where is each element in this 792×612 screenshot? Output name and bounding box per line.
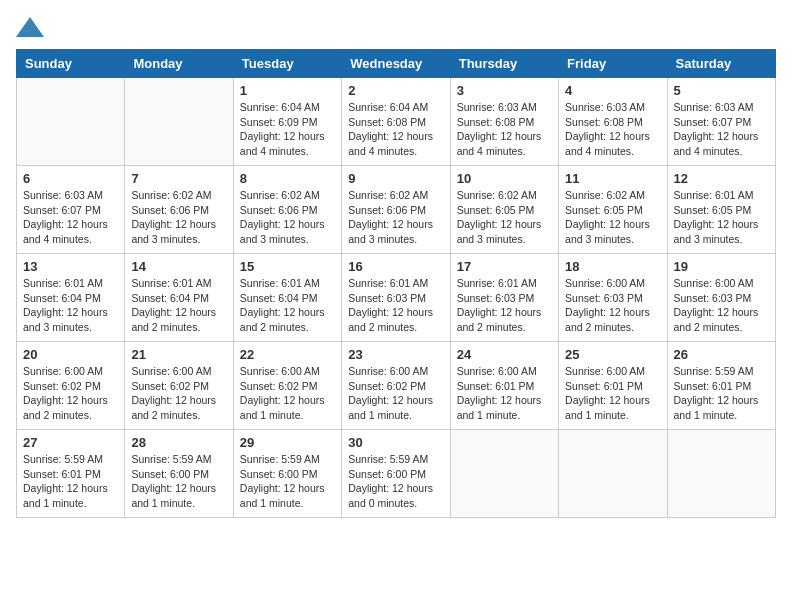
day-number: 2 [348,83,443,98]
calendar-body: 1Sunrise: 6:04 AM Sunset: 6:09 PM Daylig… [17,78,776,518]
day-number: 11 [565,171,660,186]
day-detail: Sunrise: 6:00 AM Sunset: 6:03 PM Dayligh… [674,276,769,335]
logo-icon [16,17,44,37]
day-number: 4 [565,83,660,98]
day-number: 24 [457,347,552,362]
day-number: 10 [457,171,552,186]
day-number: 26 [674,347,769,362]
day-number: 19 [674,259,769,274]
day-number: 16 [348,259,443,274]
day-number: 13 [23,259,118,274]
calendar-cell [667,430,775,518]
calendar-header: SundayMondayTuesdayWednesdayThursdayFrid… [17,50,776,78]
calendar-cell: 13Sunrise: 6:01 AM Sunset: 6:04 PM Dayli… [17,254,125,342]
day-detail: Sunrise: 6:02 AM Sunset: 6:06 PM Dayligh… [131,188,226,247]
calendar-cell: 27Sunrise: 5:59 AM Sunset: 6:01 PM Dayli… [17,430,125,518]
calendar-cell: 4Sunrise: 6:03 AM Sunset: 6:08 PM Daylig… [559,78,667,166]
logo [16,16,48,37]
day-number: 15 [240,259,335,274]
calendar-cell: 10Sunrise: 6:02 AM Sunset: 6:05 PM Dayli… [450,166,558,254]
day-number: 6 [23,171,118,186]
day-number: 23 [348,347,443,362]
calendar-cell: 25Sunrise: 6:00 AM Sunset: 6:01 PM Dayli… [559,342,667,430]
calendar-cell: 30Sunrise: 5:59 AM Sunset: 6:00 PM Dayli… [342,430,450,518]
day-detail: Sunrise: 6:00 AM Sunset: 6:01 PM Dayligh… [565,364,660,423]
day-number: 7 [131,171,226,186]
day-detail: Sunrise: 6:02 AM Sunset: 6:05 PM Dayligh… [457,188,552,247]
day-detail: Sunrise: 6:03 AM Sunset: 6:07 PM Dayligh… [674,100,769,159]
column-header-sunday: Sunday [17,50,125,78]
day-detail: Sunrise: 5:59 AM Sunset: 6:00 PM Dayligh… [240,452,335,511]
day-number: 1 [240,83,335,98]
calendar-cell: 14Sunrise: 6:01 AM Sunset: 6:04 PM Dayli… [125,254,233,342]
day-number: 27 [23,435,118,450]
day-detail: Sunrise: 6:01 AM Sunset: 6:04 PM Dayligh… [240,276,335,335]
day-detail: Sunrise: 6:02 AM Sunset: 6:05 PM Dayligh… [565,188,660,247]
calendar-cell: 3Sunrise: 6:03 AM Sunset: 6:08 PM Daylig… [450,78,558,166]
day-detail: Sunrise: 6:01 AM Sunset: 6:03 PM Dayligh… [457,276,552,335]
day-detail: Sunrise: 6:04 AM Sunset: 6:08 PM Dayligh… [348,100,443,159]
day-detail: Sunrise: 6:00 AM Sunset: 6:01 PM Dayligh… [457,364,552,423]
day-number: 9 [348,171,443,186]
day-detail: Sunrise: 6:02 AM Sunset: 6:06 PM Dayligh… [348,188,443,247]
calendar-cell [125,78,233,166]
column-header-saturday: Saturday [667,50,775,78]
week-row-4: 20Sunrise: 6:00 AM Sunset: 6:02 PM Dayli… [17,342,776,430]
calendar-table: SundayMondayTuesdayWednesdayThursdayFrid… [16,49,776,518]
day-number: 14 [131,259,226,274]
day-detail: Sunrise: 6:01 AM Sunset: 6:05 PM Dayligh… [674,188,769,247]
calendar-cell [559,430,667,518]
calendar-cell: 12Sunrise: 6:01 AM Sunset: 6:05 PM Dayli… [667,166,775,254]
day-detail: Sunrise: 6:03 AM Sunset: 6:07 PM Dayligh… [23,188,118,247]
calendar-cell: 29Sunrise: 5:59 AM Sunset: 6:00 PM Dayli… [233,430,341,518]
day-detail: Sunrise: 6:00 AM Sunset: 6:02 PM Dayligh… [131,364,226,423]
day-detail: Sunrise: 6:01 AM Sunset: 6:04 PM Dayligh… [23,276,118,335]
calendar-cell: 7Sunrise: 6:02 AM Sunset: 6:06 PM Daylig… [125,166,233,254]
calendar-cell: 21Sunrise: 6:00 AM Sunset: 6:02 PM Dayli… [125,342,233,430]
header-row: SundayMondayTuesdayWednesdayThursdayFrid… [17,50,776,78]
day-number: 5 [674,83,769,98]
day-detail: Sunrise: 6:04 AM Sunset: 6:09 PM Dayligh… [240,100,335,159]
calendar-cell: 26Sunrise: 5:59 AM Sunset: 6:01 PM Dayli… [667,342,775,430]
day-detail: Sunrise: 6:00 AM Sunset: 6:03 PM Dayligh… [565,276,660,335]
day-number: 22 [240,347,335,362]
page-header [16,16,776,37]
calendar-cell: 11Sunrise: 6:02 AM Sunset: 6:05 PM Dayli… [559,166,667,254]
calendar-cell: 20Sunrise: 6:00 AM Sunset: 6:02 PM Dayli… [17,342,125,430]
calendar-cell: 17Sunrise: 6:01 AM Sunset: 6:03 PM Dayli… [450,254,558,342]
day-detail: Sunrise: 6:03 AM Sunset: 6:08 PM Dayligh… [457,100,552,159]
day-detail: Sunrise: 6:02 AM Sunset: 6:06 PM Dayligh… [240,188,335,247]
column-header-thursday: Thursday [450,50,558,78]
day-detail: Sunrise: 5:59 AM Sunset: 6:01 PM Dayligh… [674,364,769,423]
calendar-cell: 24Sunrise: 6:00 AM Sunset: 6:01 PM Dayli… [450,342,558,430]
calendar-cell: 18Sunrise: 6:00 AM Sunset: 6:03 PM Dayli… [559,254,667,342]
column-header-tuesday: Tuesday [233,50,341,78]
calendar-cell: 5Sunrise: 6:03 AM Sunset: 6:07 PM Daylig… [667,78,775,166]
day-detail: Sunrise: 5:59 AM Sunset: 6:00 PM Dayligh… [348,452,443,511]
day-number: 30 [348,435,443,450]
day-number: 28 [131,435,226,450]
calendar-cell [450,430,558,518]
week-row-3: 13Sunrise: 6:01 AM Sunset: 6:04 PM Dayli… [17,254,776,342]
calendar-cell: 8Sunrise: 6:02 AM Sunset: 6:06 PM Daylig… [233,166,341,254]
calendar-cell: 9Sunrise: 6:02 AM Sunset: 6:06 PM Daylig… [342,166,450,254]
day-number: 20 [23,347,118,362]
calendar-cell: 23Sunrise: 6:00 AM Sunset: 6:02 PM Dayli… [342,342,450,430]
day-number: 21 [131,347,226,362]
day-number: 18 [565,259,660,274]
week-row-5: 27Sunrise: 5:59 AM Sunset: 6:01 PM Dayli… [17,430,776,518]
day-detail: Sunrise: 5:59 AM Sunset: 6:01 PM Dayligh… [23,452,118,511]
column-header-wednesday: Wednesday [342,50,450,78]
calendar-cell: 19Sunrise: 6:00 AM Sunset: 6:03 PM Dayli… [667,254,775,342]
column-header-monday: Monday [125,50,233,78]
day-number: 25 [565,347,660,362]
day-number: 3 [457,83,552,98]
calendar-cell: 6Sunrise: 6:03 AM Sunset: 6:07 PM Daylig… [17,166,125,254]
week-row-1: 1Sunrise: 6:04 AM Sunset: 6:09 PM Daylig… [17,78,776,166]
day-detail: Sunrise: 6:00 AM Sunset: 6:02 PM Dayligh… [23,364,118,423]
day-detail: Sunrise: 6:00 AM Sunset: 6:02 PM Dayligh… [348,364,443,423]
day-detail: Sunrise: 6:01 AM Sunset: 6:04 PM Dayligh… [131,276,226,335]
day-detail: Sunrise: 6:01 AM Sunset: 6:03 PM Dayligh… [348,276,443,335]
day-detail: Sunrise: 6:00 AM Sunset: 6:02 PM Dayligh… [240,364,335,423]
column-header-friday: Friday [559,50,667,78]
